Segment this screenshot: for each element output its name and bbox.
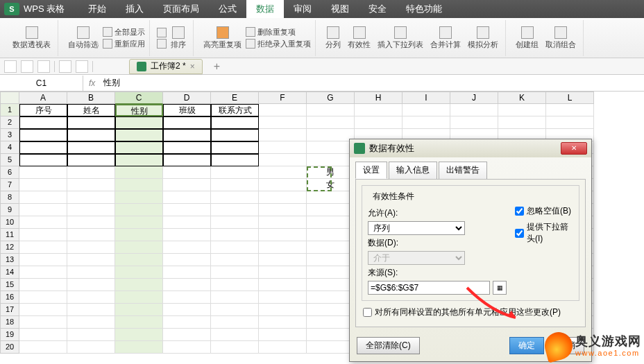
tab-input-message[interactable]: 输入信息 xyxy=(389,162,437,179)
cell-A20[interactable] xyxy=(19,341,67,354)
cell-F8[interactable] xyxy=(259,191,307,204)
cell-E1[interactable]: 联系方式 xyxy=(211,104,259,116)
qat-redo[interactable] xyxy=(37,60,50,73)
cell-E13[interactable] xyxy=(211,254,259,266)
cell-C5[interactable] xyxy=(115,154,163,166)
cell-G8[interactable] xyxy=(307,191,355,204)
row-12[interactable]: 12 xyxy=(0,241,19,254)
cell-C3[interactable] xyxy=(115,129,163,141)
cell-C9[interactable] xyxy=(115,204,163,216)
cell-E11[interactable] xyxy=(211,229,259,241)
cell-E3[interactable] xyxy=(211,129,259,141)
cell-A12[interactable] xyxy=(19,241,67,254)
cell-C15[interactable] xyxy=(115,279,163,291)
cell-B11[interactable] xyxy=(67,229,115,241)
cell-D16[interactable] xyxy=(163,291,211,304)
cell-E6[interactable] xyxy=(211,166,259,179)
highlight-dup-button[interactable]: 高亮重复项 xyxy=(201,25,244,51)
menu-insert[interactable]: 插入 xyxy=(116,0,153,18)
row-7[interactable]: 7 xyxy=(0,179,19,191)
cell-C7[interactable] xyxy=(115,179,163,191)
cell-E18[interactable] xyxy=(211,316,259,329)
cell-A8[interactable] xyxy=(19,191,67,204)
cell-E19[interactable] xyxy=(211,329,259,341)
row-6[interactable]: 6 xyxy=(0,166,19,179)
cell-D17[interactable] xyxy=(163,304,211,316)
cell-D10[interactable] xyxy=(163,216,211,229)
sort-desc-button[interactable] xyxy=(157,39,167,49)
cell-G20[interactable] xyxy=(307,341,355,354)
cell-F10[interactable] xyxy=(259,216,307,229)
group-button[interactable]: 创建组 xyxy=(513,25,541,51)
cell-C12[interactable] xyxy=(115,241,163,254)
cell-G18[interactable] xyxy=(307,316,355,329)
cell-D15[interactable] xyxy=(163,279,211,291)
row-4[interactable]: 4 xyxy=(0,141,19,154)
cell-D11[interactable] xyxy=(163,229,211,241)
cell-B14[interactable] xyxy=(67,266,115,279)
row-18[interactable]: 18 xyxy=(0,316,19,329)
sort-button[interactable]: 排序 xyxy=(168,25,189,51)
cell-G14[interactable] xyxy=(307,266,355,279)
menu-review[interactable]: 审阅 xyxy=(284,0,321,18)
cell-G5[interactable] xyxy=(307,154,355,166)
cell-B4[interactable] xyxy=(67,141,115,154)
ok-button[interactable]: 确定 xyxy=(509,337,544,354)
allow-select[interactable]: 序列 xyxy=(368,221,465,235)
cell-E17[interactable] xyxy=(211,304,259,316)
cell-D5[interactable] xyxy=(163,154,211,166)
cell-I1[interactable] xyxy=(402,104,450,116)
row-3[interactable]: 3 xyxy=(0,129,19,141)
cell-A16[interactable] xyxy=(19,291,67,304)
cell-A14[interactable] xyxy=(19,266,67,279)
row-10[interactable]: 10 xyxy=(0,216,19,229)
showall-button[interactable]: 全部显示 xyxy=(103,27,145,37)
row-19[interactable]: 19 xyxy=(0,329,19,341)
row-5[interactable]: 5 xyxy=(0,154,19,166)
consolidate-button[interactable]: 合并计算 xyxy=(427,25,464,51)
cell-B12[interactable] xyxy=(67,241,115,254)
cell-F3[interactable] xyxy=(259,129,307,141)
cell-B10[interactable] xyxy=(67,216,115,229)
cell-C17[interactable] xyxy=(115,304,163,316)
menu-security[interactable]: 安全 xyxy=(359,0,396,18)
cell-G4[interactable] xyxy=(307,141,355,154)
cell-A9[interactable] xyxy=(19,204,67,216)
col-J[interactable]: J xyxy=(450,92,498,104)
cell-C19[interactable] xyxy=(115,329,163,341)
cell-G2[interactable] xyxy=(307,116,355,129)
col-E[interactable]: E xyxy=(211,92,259,104)
cell-G16[interactable] xyxy=(307,291,355,304)
dialog-titlebar[interactable]: 数据有效性 ✕ xyxy=(350,139,591,157)
cell-A19[interactable] xyxy=(19,329,67,341)
cell-G15[interactable] xyxy=(307,279,355,291)
cell-A2[interactable] xyxy=(19,116,67,129)
cell-B6[interactable] xyxy=(67,166,115,179)
cell-A13[interactable] xyxy=(19,254,67,266)
cell-D18[interactable] xyxy=(163,316,211,329)
dialog-close-button[interactable]: ✕ xyxy=(561,142,587,155)
cell-F19[interactable] xyxy=(259,329,307,341)
col-B[interactable]: B xyxy=(67,92,115,104)
insert-dropdown-button[interactable]: 插入下拉列表 xyxy=(375,25,426,51)
cell-F15[interactable] xyxy=(259,279,307,291)
cell-G10[interactable] xyxy=(307,216,355,229)
menu-layout[interactable]: 页面布局 xyxy=(153,0,209,18)
col-A[interactable]: A xyxy=(19,92,67,104)
cell-E15[interactable] xyxy=(211,279,259,291)
cell-H2[interactable] xyxy=(355,116,402,129)
cell-B9[interactable] xyxy=(67,204,115,216)
document-tab[interactable]: 工作簿2 * × xyxy=(129,59,203,74)
dropdown-arrow-checkbox[interactable] xyxy=(515,229,524,238)
cell-E14[interactable] xyxy=(211,266,259,279)
cell-B19[interactable] xyxy=(67,329,115,341)
tab-error-alert[interactable]: 出错警告 xyxy=(439,162,487,179)
sort-asc-button[interactable] xyxy=(157,28,167,37)
col-C[interactable]: C xyxy=(115,92,163,104)
cell-F7[interactable] xyxy=(259,179,307,191)
row-16[interactable]: 16 xyxy=(0,291,19,304)
fx-icon[interactable]: fx xyxy=(83,78,101,88)
formula-value[interactable]: 性别 xyxy=(101,77,123,89)
cell-E5[interactable] xyxy=(211,154,259,166)
new-tab-button[interactable]: + xyxy=(207,60,227,73)
